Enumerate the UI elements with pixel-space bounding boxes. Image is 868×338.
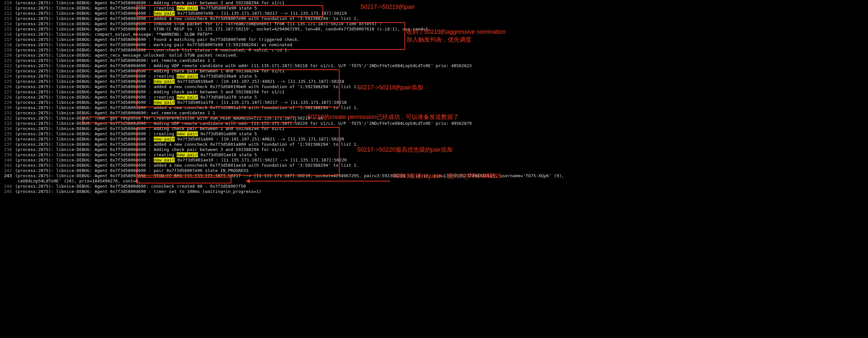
log-text: (process:2875): libnice-DEBUG: Agent 0x7…: [15, 74, 257, 78]
line-number: 233: [0, 121, 15, 126]
line-number: 231: [0, 110, 15, 115]
log-text: (process:2875): libnice-DEBUG: compact_o…: [15, 32, 213, 37]
line-number: 237: [0, 142, 15, 147]
line-number: 222: [0, 63, 15, 68]
log-text: (process:2875): libnice-DEBUG: Agent 0x7…: [15, 11, 347, 16]
log-line[interactable]: 218(process:2875): libnice-DEBUG: Agent …: [0, 42, 868, 47]
log-text: (process:2875): libnice-DEBUG: Agent 0x7…: [15, 84, 359, 89]
log-text: (process:2875): libnice-DEBUG: Agent 0x7…: [15, 95, 257, 100]
line-number: 241: [0, 163, 15, 168]
log-text: (process:2875): libnice-DEBUG: Agent 0x7…: [15, 168, 248, 173]
line-number: 217: [0, 37, 15, 42]
log-text: (process:2875): libnice-DEBUG: agent_rec…: [15, 53, 238, 58]
log-line[interactable]: 214(process:2875): libnice-DEBUG: Agent …: [0, 21, 868, 26]
log-line[interactable]: 215(process:2875): libnice-DEBUG: Agent …: [0, 26, 868, 31]
log-line[interactable]: 238(process:2875): libnice-DEBUG: Agent …: [0, 147, 868, 152]
log-line[interactable]: 241(process:2875): libnice-DEBUG: Agent …: [0, 163, 868, 168]
log-line[interactable]: 222(process:2875): libnice-DEBUG: Agent …: [0, 63, 868, 68]
log-text: (process:2875): libnice-DEBUG: Agent 0x7…: [15, 152, 257, 157]
log-text: ceO84Lop54LdTo9E' (24), prio=1845494270,…: [15, 178, 141, 183]
log-line[interactable]: 226(process:2875): libnice-DEBUG: Agent …: [0, 84, 868, 89]
log-text: (process:2875): libnice-DEBUG: Agent 0x7…: [15, 105, 359, 110]
log-line[interactable]: 233(process:2875): libnice-DEBUG: Agent …: [0, 121, 868, 126]
log-line[interactable]: 230(process:2875): libnice-DEBUG: Agent …: [0, 105, 868, 110]
line-number: 235: [0, 131, 15, 136]
line-number: 211: [0, 6, 15, 10]
log-line[interactable]: 220(process:2875): libnice-DEBUG: agent_…: [0, 53, 868, 58]
line-number: 232: [0, 115, 15, 121]
line-number: 239: [0, 152, 15, 157]
log-line[interactable]: 239(process:2875): libnice-DEBUG: Agent …: [0, 152, 868, 157]
log-text: (process:2875): libnice-DEBUG: Agent 0x7…: [15, 27, 431, 31]
log-line[interactable]: 240(process:2875): libnice-DEBUG: Agent …: [0, 157, 868, 163]
log-text: (process:2875): libnice-DEBUG: Agent 0x7…: [15, 0, 284, 5]
line-number: 227: [0, 90, 15, 94]
line-number: 221: [0, 58, 15, 63]
log-text: (process:2875): libnice-DEBUG: Agent 0x7…: [15, 126, 284, 131]
log-line[interactable]: ceO84Lop54LdTo9E' (24), prio=1845494270,…: [0, 178, 868, 183]
log-line[interactable]: 228(process:2875): libnice-DEBUG: Agent …: [0, 94, 868, 100]
annotation-arrow: [249, 181, 390, 181]
log-text: (process:2875): libnice-DEBUG: Agent 0x7…: [15, 121, 472, 126]
log-line[interactable]: 229(process:2875): libnice-DEBUG: Agent …: [0, 100, 868, 105]
line-number: 216: [0, 32, 15, 37]
log-line[interactable]: 221(process:2875): libnice-DEBUG: Agent …: [0, 58, 868, 63]
log-text: (process:2875): libnice-DEBUG: Agent 0x7…: [15, 131, 257, 136]
log-text: (process:2875): libnice-DEBUG: Agent 0x7…: [15, 42, 292, 47]
line-number: 242: [0, 168, 15, 173]
log-line[interactable]: 223(process:2875): libnice-DEBUG: Agent …: [0, 68, 868, 73]
log-line[interactable]: 210(process:2875): libnice-DEBUG: Agent …: [0, 0, 868, 5]
log-text: (process:2875): libnice-DEBUG: Agent 0x7…: [15, 137, 344, 141]
log-line[interactable]: 219(process:2875): libnice-DEBUG: Agent …: [0, 47, 868, 53]
log-text: (process:2875): libnice-DEBUG: Agent 0x7…: [15, 90, 284, 94]
log-line[interactable]: 237(process:2875): libnice-DEBUG: Agent …: [0, 141, 868, 147]
log-line[interactable]: 217(process:2875): libnice-DEBUG: Agent …: [0, 37, 868, 42]
line-number: 213: [0, 16, 15, 21]
line-number: 212: [0, 11, 15, 16]
line-number: 234: [0, 126, 15, 131]
line-number: 210: [0, 0, 15, 5]
log-line[interactable]: 243(process:2875): libnice-DEBUG: Agent …: [0, 173, 868, 178]
log-line[interactable]: 234(process:2875): libnice-DEBUG: Agent …: [0, 126, 868, 131]
log-line[interactable]: 245(process:2875): libnice-DEBUG: Agent …: [0, 189, 868, 194]
log-text: (process:2875): libnice-DEBUG: Agent 0x7…: [15, 158, 347, 163]
log-line[interactable]: 224(process:2875): libnice-DEBUG: Agent …: [0, 73, 868, 78]
log-line[interactable]: 212(process:2875): libnice-DEBUG: Agent …: [0, 10, 868, 16]
log-line[interactable]: 227(process:2875): libnice-DEBUG: Agent …: [0, 89, 868, 94]
line-number: 219: [0, 47, 15, 53]
log-line[interactable]: 244(process:2875): libnice-DEBUG: Agent …: [0, 183, 868, 189]
log-line[interactable]: 213(process:2875): libnice-DEBUG: Agent …: [0, 16, 868, 21]
log-line[interactable]: 232(process:2875): libnice-DEBUG: TURN: …: [0, 115, 868, 121]
line-number: 214: [0, 21, 15, 26]
line-number: 236: [0, 137, 15, 141]
log-editor[interactable]: 210(process:2875): libnice-DEBUG: Agent …: [0, 0, 868, 194]
log-text: (process:2875): libnice-DEBUG: Agent 0x7…: [15, 47, 289, 53]
log-line[interactable]: 216(process:2875): libnice-DEBUG: compac…: [0, 31, 868, 37]
log-text: (process:2875): libnice-DEBUG: Agent 0x7…: [15, 37, 300, 42]
line-number: 224: [0, 74, 15, 78]
log-text: (process:2875): libnice-DEBUG: Agent 0x7…: [15, 163, 359, 168]
log-text: (process:2875): libnice-DEBUG: Agent 0x7…: [15, 63, 472, 68]
log-text: (process:2875): libnice-DEBUG: Agent 0x7…: [15, 79, 344, 84]
log-text: (process:2875): libnice-DEBUG: Agent 0x7…: [15, 58, 215, 63]
line-number: 218: [0, 42, 15, 47]
log-line[interactable]: 242(process:2875): libnice-DEBUG: Agent …: [0, 168, 868, 173]
line-number: 225: [0, 79, 15, 84]
log-line[interactable]: 235(process:2875): libnice-DEBUG: Agent …: [0, 131, 868, 136]
log-line[interactable]: 225(process:2875): libnice-DEBUG: Agent …: [0, 78, 868, 84]
log-text: (process:2875): libnice-DEBUG: Agent 0x7…: [15, 189, 261, 194]
log-line[interactable]: 211(process:2875): libnice-DEBUG: Agent …: [0, 5, 868, 10]
log-line[interactable]: 231(process:2875): libnice-DEBUG: Agent …: [0, 110, 868, 115]
line-number: 244: [0, 184, 15, 189]
line-number: 238: [0, 147, 15, 152]
log-text: (process:2875): libnice-DEBUG: Agent 0x7…: [15, 110, 215, 115]
log-text: (process:2875): libnice-DEBUG: Agent 0x7…: [15, 21, 382, 26]
line-number: 220: [0, 53, 15, 58]
line-number: 230: [0, 105, 15, 110]
line-number: 223: [0, 68, 15, 73]
log-text: (process:2875): libnice-DEBUG: Agent 0x7…: [15, 173, 564, 178]
log-text: (process:2875): libnice-DEBUG: Agent 0x7…: [15, 147, 284, 152]
line-number: 229: [0, 100, 15, 105]
log-line[interactable]: 236(process:2875): libnice-DEBUG: Agent …: [0, 136, 868, 141]
arrow-head-icon: [246, 179, 250, 183]
